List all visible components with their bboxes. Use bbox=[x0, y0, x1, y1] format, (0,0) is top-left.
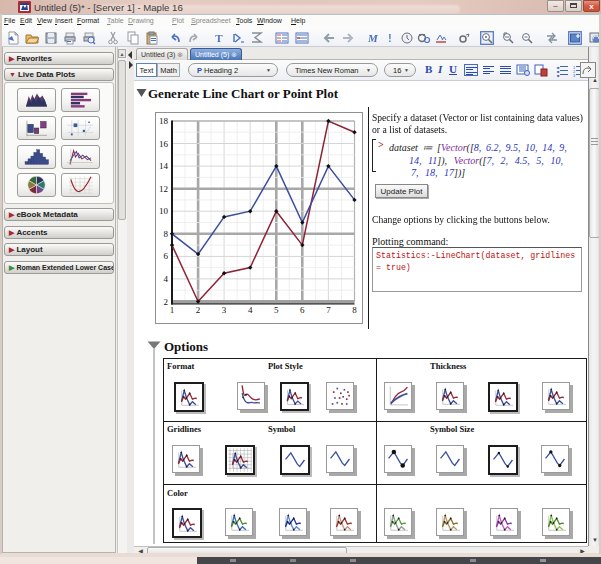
svg-text:4: 4 bbox=[248, 305, 253, 315]
svg-text:2: 2 bbox=[196, 305, 201, 315]
svg-text:14: 14 bbox=[159, 161, 169, 171]
svg-text:8: 8 bbox=[164, 229, 169, 239]
svg-text:3: 3 bbox=[222, 305, 227, 315]
svg-text:1: 1 bbox=[170, 305, 175, 315]
svg-text:4: 4 bbox=[164, 274, 169, 284]
svg-text:2: 2 bbox=[164, 297, 169, 307]
svg-text:10: 10 bbox=[159, 206, 169, 216]
svg-text:7: 7 bbox=[326, 305, 331, 315]
svg-text:8: 8 bbox=[352, 305, 357, 315]
svg-text:5: 5 bbox=[274, 305, 279, 315]
svg-text:16: 16 bbox=[159, 139, 169, 149]
svg-text:M: M bbox=[367, 32, 379, 44]
svg-text:!: ! bbox=[388, 33, 391, 44]
svg-text:12: 12 bbox=[159, 184, 168, 194]
svg-text:T: T bbox=[215, 32, 223, 44]
svg-text:6: 6 bbox=[300, 305, 305, 315]
svg-text:18: 18 bbox=[159, 116, 169, 126]
svg-text:6: 6 bbox=[164, 251, 169, 261]
